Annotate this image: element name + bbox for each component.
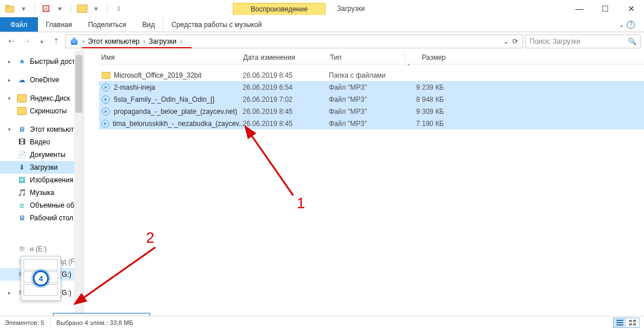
file-name: Microsoft_Office_2019_32bit [114, 71, 202, 79]
file-size: 7 190 КБ [404, 120, 461, 128]
nav-music[interactable]: 🎵Музыка [0, 186, 83, 199]
search-icon: 🔍 [628, 37, 637, 45]
address-bar[interactable]: › Этот компьютер › Загрузки › ⌄ ⟳ [66, 35, 523, 48]
svg-rect-2 [43, 6, 49, 12]
breadcrumb-seg-downloads[interactable]: Загрузки [148, 37, 178, 45]
chevron-right-icon[interactable]: › [178, 37, 185, 45]
tab-home[interactable]: Главная [38, 17, 80, 32]
tab-share[interactable]: Поделиться [80, 17, 134, 32]
up-button[interactable]: 🠑 [49, 35, 63, 48]
file-type: Файл "MP3" [329, 95, 404, 104]
file-size: 9 239 КБ [404, 83, 461, 91]
drag-ghost: 4 [21, 256, 61, 301]
file-date: 26.06.2019 8:45 [243, 71, 329, 79]
nav-scrollbar[interactable]: ▴ ▾ [74, 51, 83, 324]
properties-icon[interactable] [41, 3, 51, 14]
app-icon [5, 3, 15, 14]
close-button[interactable]: ✕ [618, 0, 644, 17]
video-icon: 🎞 [17, 137, 26, 147]
col-name[interactable]: Имя [99, 53, 243, 62]
file-date: 26.06.2019 7:02 [243, 95, 329, 104]
image-icon: 🖼 [17, 175, 26, 185]
chevron-right-icon[interactable]: › [80, 37, 87, 45]
minimize-button[interactable]: — [566, 0, 592, 17]
chevron-right-icon[interactable]: › [141, 37, 148, 45]
folder-icon[interactable] [77, 3, 87, 14]
file-row[interactable]: Microsoft_Office_2019_32bit26.06.2019 8:… [99, 69, 644, 81]
sort-indicator-icon: ⌃ [174, 63, 644, 69]
svg-rect-10 [629, 323, 632, 326]
refresh-icon[interactable]: ⟳ [512, 37, 518, 45]
col-size[interactable]: Размер [405, 53, 463, 62]
nav-downloads[interactable]: ⬇Загрузки [0, 161, 83, 174]
nav-onedrive[interactable]: ▸ ☁ OneDrive [0, 74, 83, 86]
nav-yadisk[interactable]: ▾ Яндекс.Диск [0, 92, 83, 105]
search-input[interactable]: Поиск: Загрузки 🔍 [526, 35, 641, 48]
svg-rect-6 [616, 322, 623, 323]
status-selection: Выбрано 4 элем.: 33,8 МБ [56, 319, 133, 326]
col-date[interactable]: Дата изменения [243, 53, 329, 62]
ribbon-tabs: Файл Главная Поделиться Вид Средства раб… [0, 17, 644, 32]
svg-rect-8 [629, 320, 632, 322]
mp3-icon [101, 119, 109, 128]
nav-drive-e[interactable]: ⛃н (E:) [0, 243, 83, 255]
chevron-down-icon[interactable]: ▾ [18, 3, 29, 14]
chevron-down-icon[interactable]: ▾ [91, 3, 101, 14]
file-row[interactable]: 5sta_Family_-_Odin_Na_Odin_[]26.06.2019 … [99, 93, 644, 105]
nav-desktop[interactable]: 🖥Рабочий стол [0, 212, 83, 224]
overflow-icon[interactable]: ⇩ [113, 3, 124, 14]
star-icon: ★ [17, 57, 26, 66]
file-type: Файл "MP3" [329, 108, 404, 116]
annotation-underline [82, 47, 191, 48]
tab-file[interactable]: Файл [0, 17, 38, 32]
file-name: 2-mashi-ineja [114, 83, 155, 91]
nav-video[interactable]: 🎞Видео [0, 136, 83, 148]
breadcrumb-root-icon[interactable] [68, 37, 80, 46]
file-row[interactable]: tima_belorusskikh_-_nezabudka_(zaycev...… [99, 117, 644, 129]
ribbon-collapse[interactable]: ⌄ ? [619, 17, 644, 32]
svg-rect-7 [616, 324, 623, 326]
file-type: Файл "MP3" [329, 120, 404, 128]
download-icon: ⬇ [17, 163, 26, 172]
status-item-count: Элементов: 5 [5, 319, 44, 326]
col-type[interactable]: Тип [330, 53, 405, 62]
tab-view[interactable]: Вид [134, 17, 163, 32]
nav-quick-access[interactable]: ▸ ★ Быстрый доступ [0, 55, 83, 68]
details-view-icon[interactable] [614, 318, 626, 327]
nav-thispc[interactable]: ▾ 🖥 Этот компьютер [0, 123, 83, 136]
chevron-down-icon[interactable]: ▾ [55, 3, 65, 14]
mp3-icon [101, 83, 110, 92]
help-icon[interactable]: ? [627, 21, 635, 29]
mp3-icon [101, 95, 110, 104]
history-dropdown-icon[interactable]: ⌄ [503, 37, 509, 45]
recent-locations-button[interactable]: ▾ [34, 35, 48, 48]
view-toggle[interactable] [613, 317, 639, 328]
drive-icon: ⛃ [17, 244, 26, 254]
folder-icon [17, 94, 26, 103]
nav-3dobjects[interactable]: ⧈Объемные объ [0, 199, 83, 212]
contextual-tab-group: Воспроизведение [233, 3, 325, 15]
file-name: tima_belorusskikh_-_nezabudka_(zaycev...… [113, 120, 243, 128]
nav-documents[interactable]: 📄Документы [0, 148, 83, 161]
file-date: 26.06.2019 8:45 [243, 120, 329, 128]
file-row[interactable]: propaganda_-_beloe_plate_(zaycev.net)26.… [99, 105, 644, 117]
file-row[interactable]: 2-mashi-ineja26.06.2019 6:54Файл "MP3"9 … [99, 81, 644, 93]
breadcrumb-seg-thispc[interactable]: Этот компьютер [87, 37, 141, 45]
nav-pictures[interactable]: 🖼Изображения [0, 174, 83, 186]
scroll-thumb[interactable] [75, 55, 82, 113]
quick-access-toolbar: ▾ ▾ ▾ ⇩ [0, 3, 124, 14]
file-name: propaganda_-_beloe_plate_(zaycev.net) [114, 108, 237, 116]
maximize-button[interactable]: ☐ [592, 0, 618, 17]
tab-music-playback[interactable]: Воспроизведение [233, 3, 325, 15]
cloud-icon: ☁ [17, 75, 26, 85]
back-button[interactable]: 🠐 [5, 35, 18, 48]
folder-icon [101, 71, 110, 80]
folder-icon [17, 106, 26, 116]
chevron-down-icon: ⌄ [619, 21, 624, 29]
thumbnails-view-icon[interactable] [626, 318, 639, 327]
forward-button[interactable]: 🠒 [20, 35, 33, 48]
svg-rect-11 [633, 323, 636, 326]
column-headers: Имя Дата изменения Тип Размер [99, 51, 644, 64]
tab-music-tools[interactable]: Средства работы с музыкой [163, 17, 270, 32]
nav-screenshots[interactable]: Скриншоты [0, 105, 83, 117]
